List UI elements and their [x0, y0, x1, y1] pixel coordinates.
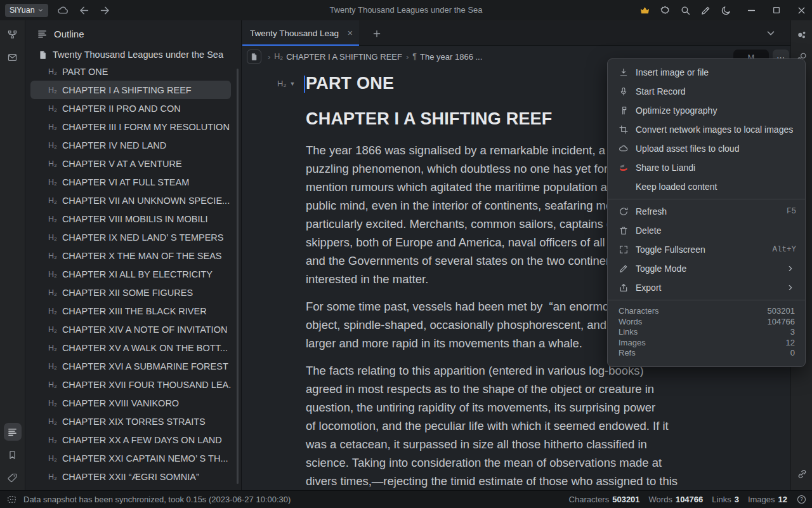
outline-item[interactable]: H₂CHAPTER VIII MOBILIS IN MOBILI	[30, 210, 231, 228]
outline-item[interactable]: H₂CHAPTER XXII “ÆGRI SOMNIA”	[30, 467, 231, 486]
block-context-menu: Insert image or file Start Record Optimi…	[607, 58, 806, 367]
siyuan-window: SiYuan Twenty Thousand Leagues under the…	[0, 0, 812, 508]
bazaar-icon[interactable]	[658, 5, 672, 16]
menu-item-export[interactable]: Export	[608, 278, 805, 297]
document-icon	[38, 50, 48, 60]
menu-item-convert-network-images[interactable]: Convert network images to local images	[608, 120, 805, 139]
menu-item-toggle-mode[interactable]: Toggle Mode	[608, 259, 805, 278]
plus-icon	[372, 29, 382, 39]
outline-icon	[37, 29, 48, 39]
microphone-icon	[619, 86, 629, 97]
close-icon[interactable]	[795, 5, 808, 16]
outline-item[interactable]: H₂CHAPTER XV A WALK ON THE BOTT...	[30, 338, 231, 357]
chevron-right-icon: ›	[406, 52, 409, 62]
outline-item[interactable]: H₂CHAPTER XIII THE BLACK RIVER	[30, 302, 231, 320]
outline-item[interactable]: H₂CHAPTER IV NED LAND	[30, 136, 231, 154]
menu-item-toggle-fullscreen[interactable]: Toggle FullscreenAlt+Y	[608, 240, 805, 259]
crown-icon[interactable]	[638, 5, 652, 16]
menu-item-optimize-typography[interactable]: Optimize typography	[608, 101, 805, 120]
tab-title: Twenty Thousand Leag	[250, 29, 346, 38]
liandi-icon	[619, 163, 629, 173]
chevron-down-icon	[37, 7, 44, 13]
outline-icon[interactable]	[4, 423, 22, 441]
outline-item[interactable]: H₂CHAPTER III I FORM MY RESOLUTION	[30, 117, 231, 136]
chevron-right-icon	[786, 283, 796, 292]
menu-item-insert-image-or-file[interactable]: Insert image or file	[608, 63, 805, 82]
forward-icon[interactable]	[99, 4, 111, 17]
menu-item-start-record[interactable]: Start Record	[608, 82, 805, 101]
stat-links: Links3	[619, 327, 795, 338]
graph-icon[interactable]	[794, 28, 809, 43]
menu-item-refresh[interactable]: RefreshF5	[608, 202, 805, 221]
outline-panel-header[interactable]: Outline	[25, 20, 241, 47]
outline-item-selected[interactable]: H₂CHAPTER I A SHIFTING REEF	[30, 81, 231, 99]
crop-icon	[619, 124, 629, 135]
outline-item[interactable]: H₂CHAPTER XVIII VANIKORO	[30, 394, 231, 412]
upload-cloud-icon	[619, 144, 629, 154]
breadcrumb-doc-button[interactable]	[247, 50, 261, 64]
outline-item[interactable]: H₂CHAPTER XIV A NOTE OF INVITATION	[30, 320, 231, 338]
bookmark-icon[interactable]	[4, 446, 22, 464]
paragraph[interactable]: The facts relating to this apparition (e…	[306, 361, 756, 490]
outline-item[interactable]: H₂CHAPTER XVII FOUR THOUSAND LEA...	[30, 375, 231, 394]
outline-item[interactable]: H₂CHAPTER II PRO AND CON	[30, 99, 231, 117]
outline-panel: Outline Twenty Thousand Leagues under th…	[25, 20, 241, 490]
siyuan-menu[interactable]: SiYuan	[5, 4, 48, 17]
outline-item[interactable]: H₂CHAPTER V AT A VENTURE	[30, 154, 231, 173]
breadcrumb-heading[interactable]: H₂ CHAPTER I A SHIFTING REEF	[274, 52, 402, 62]
outline-item[interactable]: H₂CHAPTER VI AT FULL STEAM	[30, 173, 231, 191]
heading-gutter[interactable]: H₂ ▼	[277, 79, 295, 88]
theme-icon[interactable]	[719, 5, 733, 16]
menu-item-keep-loaded-content[interactable]: Keep loaded content	[608, 177, 805, 196]
tab-bar: Twenty Thousand Leag ×	[242, 20, 790, 46]
collapse-caret-icon: ▼	[289, 81, 295, 87]
tab-active[interactable]: Twenty Thousand Leag ×	[242, 20, 359, 46]
tab-list-button[interactable]	[765, 27, 776, 39]
backlinks-icon[interactable]	[794, 466, 809, 481]
outline-item[interactable]: H₂CHAPTER XIX TORRES STRAITS	[30, 412, 231, 431]
cloud-icon[interactable]	[57, 4, 69, 17]
outline-item[interactable]: H₂CHAPTER XX A FEW DAYS ON LAND	[30, 431, 231, 449]
pencil-icon	[619, 264, 629, 274]
outline-panel-title: Outline	[54, 29, 84, 39]
outline-item[interactable]: H₂CHAPTER X THE MAN OF THE SEAS	[30, 246, 231, 265]
stat-words: Words104766	[619, 317, 795, 328]
menu-item-share-to-liandi[interactable]: Share to Liandi	[608, 158, 805, 177]
typography-icon	[619, 105, 629, 116]
new-tab-button[interactable]	[370, 27, 384, 41]
outline-doc-item[interactable]: Twenty Thousand Leagues under the Sea	[25, 47, 241, 62]
inbox-icon[interactable]	[4, 48, 22, 66]
document-stats: Characters503201 Words104766 Links3 Imag…	[608, 303, 805, 363]
help-icon[interactable]	[796, 494, 807, 505]
maximize-icon[interactable]	[770, 5, 783, 15]
outline-item[interactable]: H₂CHAPTER XI ALL BY ELECTRICITY	[30, 265, 231, 283]
file-tree-icon[interactable]	[4, 25, 22, 43]
outline-item[interactable]: H₂PART ONE	[30, 62, 231, 81]
left-dock	[0, 20, 25, 490]
outline-item[interactable]: H₂CHAPTER XXI CAPTAIN NEMO’ S TH...	[30, 449, 231, 467]
siyuan-menu-label: SiYuan	[10, 6, 35, 15]
menu-item-delete[interactable]: Delete	[608, 221, 805, 240]
export-icon	[619, 283, 629, 293]
search-icon[interactable]	[679, 5, 692, 16]
stat-characters: Characters503201	[619, 306, 795, 317]
status-bar: Data snapshot has been synchronized, too…	[0, 490, 812, 508]
outline-scrollbar[interactable]	[237, 69, 239, 484]
outline-item[interactable]: H₂CHAPTER VII AN UNKNOWN SPECIE...	[30, 191, 231, 210]
edit-icon[interactable]	[699, 5, 712, 16]
tag-icon[interactable]	[4, 469, 22, 486]
tab-close-icon[interactable]: ×	[346, 28, 354, 38]
status-stat-characters: Characters503201	[569, 495, 640, 504]
minimize-icon[interactable]	[745, 5, 758, 16]
outline-item[interactable]: H₂CHAPTER XVI A SUBMARINE FOREST	[30, 357, 231, 375]
menu-item-upload-assets[interactable]: Upload asset files to cloud	[608, 139, 805, 158]
breadcrumb-paragraph[interactable]: ¶ The year 1866 ...	[412, 52, 482, 62]
chevron-down-icon	[765, 27, 776, 39]
menu-separator	[608, 300, 805, 300]
back-icon[interactable]	[78, 4, 90, 17]
snapshot-icon[interactable]	[6, 494, 17, 505]
stat-images: Images12	[619, 338, 795, 349]
outline-item[interactable]: H₂CHAPTER XII SOME FIGURES	[30, 283, 231, 302]
outline-list: H₂PART ONE H₂CHAPTER I A SHIFTING REEF H…	[25, 62, 241, 486]
outline-item[interactable]: H₂CHAPTER IX NED LAND’ S TEMPERS	[30, 228, 231, 246]
